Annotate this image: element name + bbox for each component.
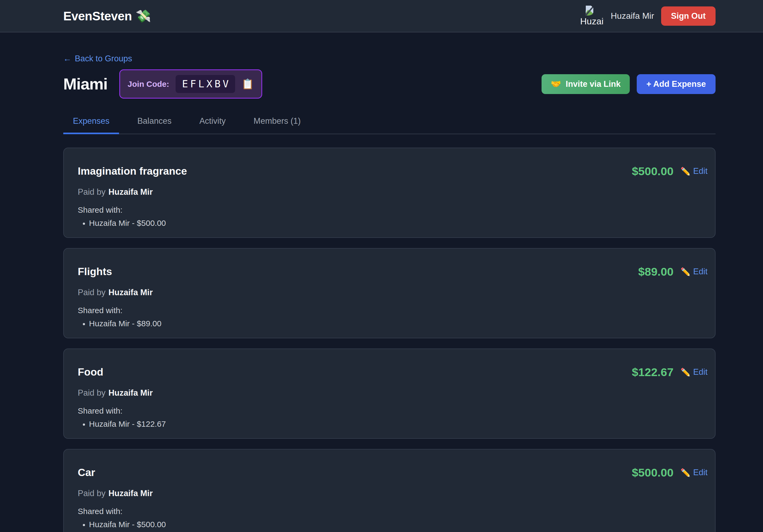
avatar: Huzaifa Mir <box>580 5 604 27</box>
broken-image-icon <box>584 5 595 17</box>
paid-by-label: Paid by <box>78 388 105 398</box>
group-actions: 🤝 Invite via Link + Add Expense <box>542 74 715 94</box>
back-link-label: Back to Groups <box>75 54 132 63</box>
join-code-badge: Join Code: EFLXBV 📋 <box>119 69 262 99</box>
expense-amount-area: $122.67 ✏️ Edit <box>632 366 708 378</box>
expense-amount: $89.00 <box>638 266 674 278</box>
edit-expense-link[interactable]: ✏️ Edit <box>681 267 708 276</box>
avatar-alt-text: Huzaifa Mir <box>580 16 604 26</box>
add-expense-button[interactable]: + Add Expense <box>637 74 715 94</box>
expense-card-header: Food $122.67 ✏️ Edit <box>78 366 708 378</box>
paid-by-label: Paid by <box>78 488 105 498</box>
edit-expense-link[interactable]: ✏️ Edit <box>681 468 708 477</box>
pencil-icon: ✏️ <box>681 167 690 176</box>
expense-card-header: Car $500.00 ✏️ Edit <box>78 467 708 479</box>
handshake-icon: 🤝 <box>551 79 561 89</box>
group-title-area: Miami Join Code: EFLXBV 📋 <box>63 69 262 99</box>
shared-with-label: Shared with: <box>78 507 708 516</box>
paid-by-line: Paid byHuzaifa Mir <box>78 288 708 297</box>
expense-card: Imagination fragrance $500.00 ✏️ Edit Pa… <box>63 147 715 238</box>
expense-amount-area: $500.00 ✏️ Edit <box>632 467 708 479</box>
paid-by-label: Paid by <box>78 288 105 297</box>
share-item: Huzaifa Mir - $122.67 <box>89 419 708 429</box>
paid-by-line: Paid byHuzaifa Mir <box>78 187 708 197</box>
pencil-icon: ✏️ <box>681 368 690 377</box>
shared-with-label: Shared with: <box>78 306 708 315</box>
paid-by-line: Paid byHuzaifa Mir <box>78 488 708 498</box>
expense-title: Car <box>78 467 95 479</box>
expense-amount-area: $89.00 ✏️ Edit <box>638 266 708 278</box>
expense-card: Flights $89.00 ✏️ Edit Paid byHuzaifa Mi… <box>63 248 715 338</box>
shared-with-label: Shared with: <box>78 206 708 215</box>
share-list: Huzaifa Mir - $89.00 <box>78 319 708 328</box>
back-to-groups-link[interactable]: ← Back to Groups <box>63 54 132 63</box>
expense-title: Imagination fragrance <box>78 165 187 177</box>
expense-amount: $500.00 <box>632 165 674 177</box>
edit-label: Edit <box>693 267 708 276</box>
share-item: Huzaifa Mir - $500.00 <box>89 520 708 529</box>
expense-amount: $122.67 <box>632 366 674 378</box>
share-list: Huzaifa Mir - $122.67 <box>78 419 708 429</box>
expense-title: Flights <box>78 266 112 278</box>
paid-by-line: Paid byHuzaifa Mir <box>78 388 708 398</box>
share-item: Huzaifa Mir - $89.00 <box>89 319 708 328</box>
user-name: Huzaifa Mir <box>611 11 654 21</box>
pencil-icon: ✏️ <box>681 468 690 477</box>
group-tabs: Expenses Balances Activity Members (1) <box>63 112 715 134</box>
money-wings-icon: 💸 <box>136 9 151 23</box>
pencil-icon: ✏️ <box>681 267 690 276</box>
tab-expenses[interactable]: Expenses <box>63 112 119 134</box>
expense-card-header: Imagination fragrance $500.00 ✏️ Edit <box>78 165 708 177</box>
payer-name: Huzaifa Mir <box>108 187 153 197</box>
shared-with-label: Shared with: <box>78 406 708 415</box>
tab-balances[interactable]: Balances <box>128 112 181 134</box>
app-header: EvenSteven 💸 Huzaifa Mir Huzaifa Mir Sig… <box>0 0 763 33</box>
group-name: Miami <box>63 75 108 93</box>
tab-activity[interactable]: Activity <box>190 112 235 134</box>
invite-button-label: Invite via Link <box>566 79 621 89</box>
app-logo-text: EvenSteven <box>63 9 132 23</box>
edit-label: Edit <box>693 468 708 477</box>
payer-name: Huzaifa Mir <box>108 488 153 498</box>
edit-label: Edit <box>693 166 708 176</box>
app-logo: EvenSteven 💸 <box>63 9 151 23</box>
join-code-label: Join Code: <box>128 80 169 89</box>
copy-join-code-button[interactable]: 📋 <box>242 79 254 89</box>
expense-amount: $500.00 <box>632 467 674 479</box>
edit-expense-link[interactable]: ✏️ Edit <box>681 367 708 377</box>
tab-members[interactable]: Members (1) <box>244 112 310 134</box>
expense-amount-area: $500.00 ✏️ Edit <box>632 165 708 177</box>
payer-name: Huzaifa Mir <box>108 388 153 398</box>
main-content: ← Back to Groups Miami Join Code: EFLXBV… <box>63 33 715 532</box>
invite-via-link-button[interactable]: 🤝 Invite via Link <box>542 74 630 94</box>
share-list: Huzaifa Mir - $500.00 <box>78 520 708 529</box>
edit-label: Edit <box>693 367 708 377</box>
expense-title: Food <box>78 366 103 378</box>
sign-out-button[interactable]: Sign Out <box>661 6 715 26</box>
expense-card: Food $122.67 ✏️ Edit Paid byHuzaifa Mir … <box>63 348 715 439</box>
join-code-value: EFLXBV <box>175 75 235 93</box>
share-item: Huzaifa Mir - $500.00 <box>89 218 708 228</box>
back-arrow-icon: ← <box>63 54 71 63</box>
expense-list: Imagination fragrance $500.00 ✏️ Edit Pa… <box>63 147 715 532</box>
clipboard-icon: 📋 <box>242 78 254 89</box>
header-user-area: Huzaifa Mir Huzaifa Mir Sign Out <box>580 5 715 27</box>
share-list: Huzaifa Mir - $500.00 <box>78 218 708 228</box>
edit-expense-link[interactable]: ✏️ Edit <box>681 166 708 176</box>
group-title-row: Miami Join Code: EFLXBV 📋 🤝 Invite via L… <box>63 69 715 99</box>
payer-name: Huzaifa Mir <box>108 288 153 297</box>
paid-by-label: Paid by <box>78 187 105 197</box>
expense-card-header: Flights $89.00 ✏️ Edit <box>78 266 708 278</box>
expense-card: Car $500.00 ✏️ Edit Paid byHuzaifa Mir S… <box>63 449 715 532</box>
